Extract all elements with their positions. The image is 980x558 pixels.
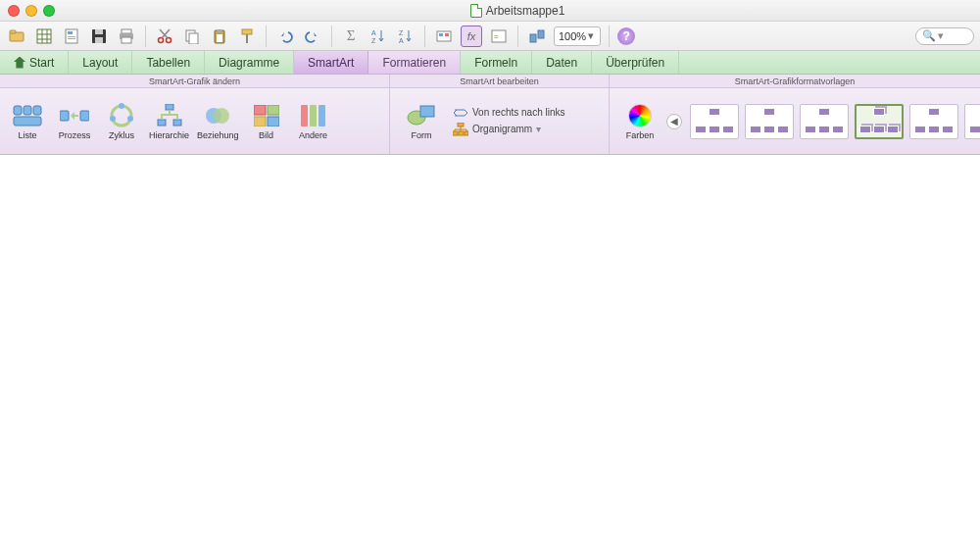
style-gallery [686,100,980,143]
save-button[interactable] [88,25,110,47]
autosum-button[interactable]: Σ [340,25,362,47]
show-formulas-button[interactable]: = [488,25,510,47]
style-thumb-1[interactable] [690,104,739,139]
rtl-button[interactable]: Von rechts nach links [453,107,565,119]
smartart-beziehung-button[interactable]: Beziehung [197,103,239,140]
svg-rect-24 [217,29,222,32]
svg-rect-26 [242,29,252,34]
undo-button[interactable] [274,25,296,47]
copy-button[interactable] [181,25,203,47]
zoom-window-button[interactable] [43,5,55,17]
svg-rect-10 [68,38,75,39]
svg-rect-54 [254,105,266,115]
redo-button[interactable] [302,25,323,47]
svg-text:A: A [399,37,404,44]
style-thumb-3[interactable] [800,104,849,139]
help-button[interactable]: ? [617,27,635,45]
svg-point-48 [110,116,116,122]
smartart-zyklus-button[interactable]: Zyklus [102,103,141,140]
svg-point-53 [214,108,229,124]
svg-rect-1 [10,30,16,33]
tab-start[interactable]: Start [0,51,69,74]
style-thumb-2[interactable] [745,104,794,139]
svg-rect-41 [33,106,41,115]
window-title: Arbeitsmappe1 [55,4,980,18]
svg-rect-51 [173,120,181,126]
tab-smartart[interactable]: SmartArt [294,51,368,74]
tab-ueberpruefen[interactable]: Überprüfen [592,51,679,74]
svg-rect-37 [530,34,536,42]
ribbon-tabs: Start Layout Tabellen Diagramme SmartArt… [0,51,980,75]
svg-rect-64 [453,131,458,135]
open-button[interactable] [6,25,27,47]
svg-rect-34 [445,33,449,36]
svg-rect-42 [14,117,41,126]
svg-rect-65 [459,131,464,135]
zoom-control[interactable]: 100%▾ [554,26,601,46]
style-prev-button[interactable]: ◀ [666,114,682,129]
smartart-andere-button[interactable]: Andere [294,103,333,140]
ribbon: Liste Prozess Zyklus Hierarchie Beziehun… [0,88,980,155]
style-thumb-5[interactable] [909,104,958,139]
cut-button[interactable] [154,25,175,47]
svg-rect-43 [60,111,69,121]
svg-rect-39 [14,106,22,115]
smartart-hierarchie-button[interactable]: Hierarchie [149,103,189,140]
svg-rect-9 [68,36,75,37]
svg-rect-50 [158,120,166,126]
zoom-value: 100% [559,30,586,42]
tab-diagramme[interactable]: Diagramme [205,51,294,74]
color-wheel-icon [628,104,652,127]
print-button[interactable] [116,25,137,47]
svg-rect-58 [301,105,308,127]
sort-button[interactable]: AZ [368,25,389,47]
organigramm-button[interactable]: Organigramm▾ [453,123,565,136]
tab-daten[interactable]: Daten [532,51,592,74]
window-title-text: Arbeitsmappe1 [486,4,565,18]
close-window-button[interactable] [8,5,20,17]
svg-rect-13 [95,37,103,43]
svg-point-46 [119,103,124,109]
fx-toggle-button[interactable]: fx [461,25,482,47]
smartart-liste-button[interactable]: Liste [8,103,47,140]
tab-tabellen[interactable]: Tabellen [132,51,205,74]
template-icon[interactable] [61,25,82,47]
group-button[interactable] [526,25,548,47]
paste-button[interactable] [209,25,230,47]
minimize-window-button[interactable] [25,5,37,17]
tab-layout[interactable]: Layout [69,51,132,74]
format-painter-button[interactable] [236,25,258,47]
svg-rect-62 [420,106,434,117]
farben-button[interactable]: Farben [617,103,662,140]
svg-rect-49 [166,104,173,110]
sort-desc-button[interactable]: ZA [395,25,416,47]
gallery-button[interactable] [433,25,455,47]
svg-rect-16 [122,37,131,43]
quick-access-toolbar: Σ AZ ZA fx = 100%▾ ? 🔍▾ [0,22,980,51]
group-label-styles: SmartArt-Grafikformatvorlagen [610,75,980,87]
svg-rect-55 [268,105,279,115]
svg-text:Z: Z [399,29,404,36]
window-controls [8,5,55,17]
svg-rect-2 [37,29,51,43]
tab-formatieren[interactable]: Formatieren [368,51,461,74]
svg-rect-14 [122,29,131,33]
svg-rect-44 [80,111,89,121]
svg-rect-12 [95,29,103,34]
smartart-bild-button[interactable]: Bild [247,103,286,140]
style-thumb-6[interactable] [964,104,980,139]
smartart-form-button[interactable]: Form [398,103,445,140]
grid-icon[interactable] [33,25,55,47]
svg-text:A: A [371,29,376,36]
svg-rect-56 [254,117,266,127]
svg-rect-60 [318,105,325,127]
tab-formeln[interactable]: Formeln [461,51,532,74]
svg-rect-66 [465,131,468,135]
svg-text:Z: Z [371,37,376,44]
smartart-prozess-button[interactable]: Prozess [55,103,94,140]
group-label-change: SmartArt-Grafik ändern [0,75,390,87]
svg-rect-38 [538,30,544,38]
search-input[interactable]: 🔍▾ [915,27,974,45]
svg-rect-27 [246,34,248,43]
style-thumb-4-selected[interactable] [855,104,904,139]
